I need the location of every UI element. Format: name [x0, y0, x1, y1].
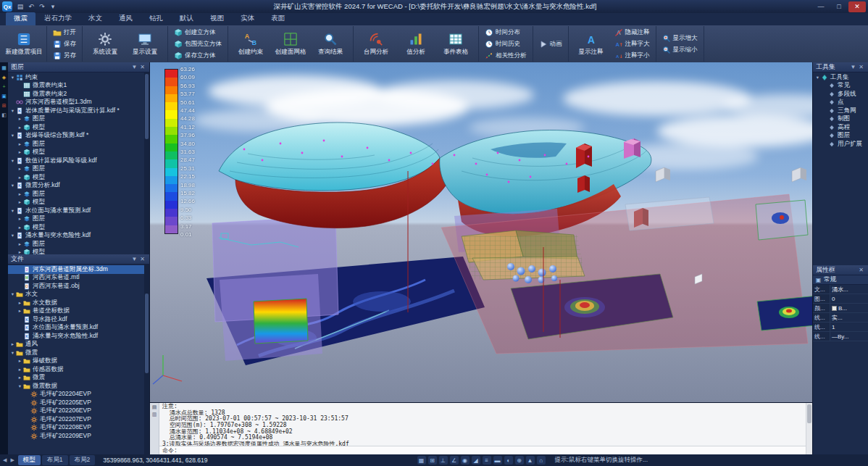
value-chart-button[interactable]: 值分析 [397, 32, 435, 57]
workspace-icon[interactable]: ⌂ [537, 456, 546, 465]
layer-tree-item[interactable]: ▸图层 [8, 240, 149, 249]
lineweight-icon[interactable]: ▬ [493, 456, 502, 465]
system-gear-button[interactable]: 系统设置 [86, 32, 124, 57]
hide-annotation-button[interactable]: A隐藏注释 [612, 27, 652, 38]
tree-expander-icon[interactable]: ▾ [9, 158, 16, 164]
file-tree-item[interactable]: M河西河东巷道.mtl [8, 274, 149, 283]
toolset-tree-item[interactable]: 用户扩展 [813, 140, 868, 149]
file-tree-item[interactable]: 毛坪矿202209EVP [8, 432, 149, 441]
correlation-chart-button[interactable]: 相关性分析 [483, 50, 529, 61]
edge-grid-icon[interactable]: ▣ [1, 93, 7, 99]
layer-tree-item[interactable]: ▸图层 [8, 215, 149, 224]
show-annotation-button[interactable]: A显示注释 [572, 32, 610, 57]
file-tree-item[interactable]: ▾水文 [8, 291, 149, 299]
tab-表面[interactable]: 表面 [263, 12, 293, 25]
pin-icon[interactable]: ▼ [130, 255, 138, 263]
layer-tree-item[interactable]: ▸模型 [8, 149, 149, 157]
network-antenna-button[interactable]: 台网分析 [357, 32, 395, 57]
tab-视图[interactable]: 视图 [202, 12, 232, 25]
tree-expander-icon[interactable]: ▾ [9, 350, 16, 356]
file-tree-item[interactable]: K水位面与涌水量预测.kdf [8, 324, 149, 333]
toolset-tree-item[interactable]: 三角网 [813, 107, 868, 115]
file-tree-item[interactable]: 毛坪矿202205EVP [8, 399, 149, 407]
file-tree-item[interactable]: ▸爆破数据 [8, 357, 149, 366]
tree-expander-icon[interactable]: ▾ [9, 233, 16, 238]
event-table-button[interactable]: 事件表格 [437, 32, 475, 57]
tab-水文[interactable]: 水文 [80, 12, 110, 25]
layout-tab-布局1[interactable]: 布局1 [42, 455, 68, 465]
close-button[interactable]: ✕ [848, 1, 866, 12]
files-scrollbar[interactable] [144, 265, 149, 454]
layer-tree-item[interactable]: ▾K涌水量与突水危险性.kdf [8, 232, 149, 241]
tree-expander-icon[interactable]: ▸ [17, 175, 23, 180]
layout-tab-布局2[interactable]: 布局2 [70, 455, 96, 465]
layer-tree-item[interactable]: ▸模型 [8, 123, 149, 132]
property-row[interactable]: 线...实... [813, 313, 868, 323]
console-edit-icon[interactable]: ▥ [152, 412, 157, 417]
tree-expander-icon[interactable]: ▾ [9, 75, 16, 80]
tree-expander-icon[interactable]: ▸ [17, 241, 23, 247]
tab-默认[interactable]: 默认 [172, 12, 201, 25]
close-icon[interactable]: ✕ [857, 63, 865, 71]
file-tree-item[interactable]: K导水路径.kdf [8, 315, 149, 324]
layer-tree-item[interactable]: ▸模型 [8, 223, 149, 232]
tree-expander-icon[interactable]: ▸ [9, 341, 16, 347]
tree-expander-icon[interactable]: ▸ [17, 249, 23, 254]
viewport-3d[interactable]: 63.2660.0956.9353.7750.6147.4444.2841.12… [150, 62, 812, 402]
tree-expander-icon[interactable]: ▸ [17, 166, 23, 172]
time-history-clock-button[interactable]: 时间历史 [483, 38, 529, 49]
properties-section-header[interactable]: ▣ 常规 [813, 275, 868, 285]
bounding-cube-button[interactable]: 包围壳立方体 [172, 38, 224, 49]
file-tree-item[interactable]: 毛坪矿202207EVP [8, 415, 149, 424]
layer-tree-item[interactable]: ▸模型 [8, 173, 149, 182]
dynamic-input-icon[interactable]: ≡ [483, 456, 491, 465]
layer-tree-item[interactable]: ▾K岩体质量评估与采场宽度计算.kdf * [8, 107, 149, 115]
pin-icon[interactable]: ▼ [130, 63, 138, 71]
layer-tree-item[interactable]: ▸模型 [8, 249, 149, 255]
tree-expander-icon[interactable]: ▸ [17, 367, 23, 373]
file-tree-item[interactable]: ▸巷道坐标数据 [8, 307, 149, 316]
tree-expander-icon[interactable]: ▸ [17, 141, 23, 147]
tree-expander-icon[interactable]: ▾ [9, 291, 16, 297]
tree-expander-icon[interactable]: ▾ [9, 133, 16, 138]
layout-tab-模型[interactable]: 模型 [18, 455, 41, 465]
layer-tree-item[interactable]: 微震表约束2 [8, 90, 149, 99]
close-icon[interactable]: ✕ [138, 63, 146, 71]
layout-tabs-prev-icon[interactable]: ◀ [3, 457, 7, 463]
grid-snap-icon[interactable]: ▦ [417, 456, 426, 465]
tree-expander-icon[interactable]: ▸ [17, 199, 23, 205]
file-tree-item[interactable]: 毛坪矿202206EVP [8, 407, 149, 416]
console-scrollbar[interactable] [806, 403, 812, 454]
tree-expander-icon[interactable]: ▾ [17, 383, 23, 389]
polar-tracking-icon[interactable]: ∠ [450, 456, 459, 465]
tab-岩石力学[interactable]: 岩石力学 [36, 12, 80, 25]
file-tree-item[interactable]: ▸微震 [8, 374, 149, 383]
file-tree-item[interactable]: ▸通风 [8, 341, 149, 349]
toolset-tree-item[interactable]: 点 [813, 99, 868, 107]
selection-cycling-icon[interactable]: ⊕ [515, 456, 524, 465]
edge-add-icon[interactable]: + [1, 83, 7, 90]
animation-play-button[interactable]: 动画 [537, 38, 564, 49]
tree-expander-icon[interactable]: ▾ [9, 108, 16, 114]
layer-tree-item[interactable]: ▸图层 [8, 165, 149, 174]
layer-tree-item[interactable]: 河东河西巷道模型1.3dm [8, 99, 149, 107]
edge-select-icon[interactable]: ▦ [1, 65, 7, 71]
command-input[interactable]: 命令: [159, 446, 806, 454]
object-tracking-icon[interactable]: ◢ [472, 456, 480, 465]
tree-expander-icon[interactable]: ▸ [17, 191, 23, 197]
layer-tree-item[interactable]: ▾K微震分析.kdf [8, 182, 149, 191]
tree-expander-icon[interactable]: ▸ [17, 125, 23, 130]
tab-实体[interactable]: 实体 [233, 12, 262, 25]
toolset-tree-item[interactable]: ▾工具集 [813, 73, 868, 82]
annotation-larger-button[interactable]: A注释字大 [612, 38, 652, 49]
layer-tree-item[interactable]: ▾约束 [8, 73, 149, 82]
toolset-tree-item[interactable]: 多段线 [813, 90, 868, 99]
file-tree-item[interactable]: ▸传感器数据 [8, 365, 149, 374]
file-tree-item[interactable]: 毛坪矿202204EVP [8, 391, 149, 399]
file-tree-item[interactable]: O河西河东巷道.obj [8, 282, 149, 291]
file-tree-item[interactable]: ▾微震数据 [8, 382, 149, 391]
redo-icon[interactable]: ↷ [37, 2, 47, 12]
layer-tree-item[interactable]: ▾K数值计算岩爆风险等级.kdf [8, 157, 149, 165]
tree-expander-icon[interactable]: ▾ [9, 183, 16, 188]
undo-icon[interactable]: ↶ [26, 2, 36, 12]
